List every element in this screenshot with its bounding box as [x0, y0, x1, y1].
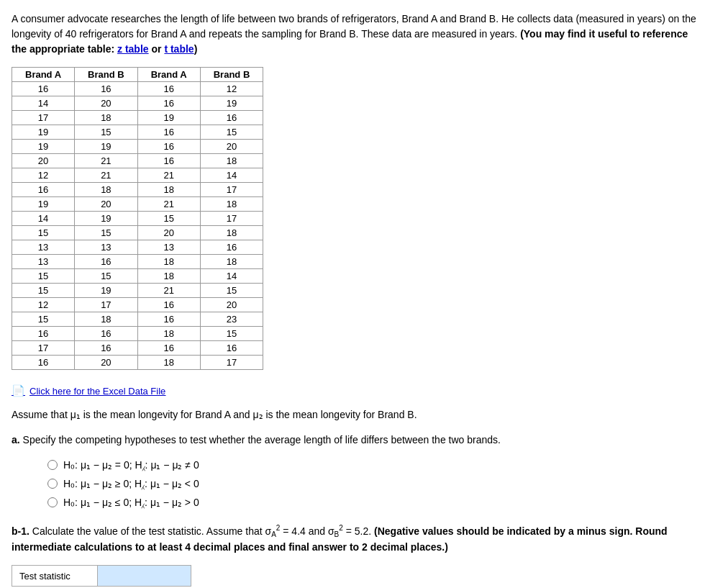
hypothesis-label-2: H₀: μ₁ − μ₂ ≥ 0; H⁁: μ₁ − μ₂ < 0 [63, 478, 199, 489]
table-cell: 16 [137, 96, 200, 111]
test-statistic-label: Test statistic [12, 565, 98, 587]
table-cell: 20 [200, 140, 263, 154]
table-cell: 18 [75, 111, 138, 125]
table-row: 13161818 [12, 255, 263, 269]
sigma-a-sub: A [271, 530, 276, 538]
z-table-link[interactable]: z table [117, 43, 149, 55]
table-row: 14201619 [12, 96, 263, 111]
excel-link-text[interactable]: Click here for the Excel Data File [29, 386, 165, 397]
table-cell: 20 [75, 96, 138, 111]
table-row: 15151814 [12, 269, 263, 284]
table-cell: 18 [200, 255, 263, 269]
test-statistic-row: Test statistic [12, 565, 698, 587]
question-b1-text-normal: Calculate the value of the test statisti… [32, 525, 271, 537]
table-cell: 17 [200, 183, 263, 197]
table-body: 1616161214201619171819161915161519191620… [12, 82, 263, 370]
table-cell: 15 [200, 284, 263, 298]
table-row: 12171620 [12, 298, 263, 312]
question-a: a. Specify the competing hypotheses to t… [12, 433, 698, 448]
table-cell: 14 [200, 168, 263, 183]
table-row: 19191620 [12, 140, 263, 154]
table-cell: 16 [75, 82, 138, 96]
table-cell: 16 [12, 356, 75, 370]
table-cell: 16 [75, 341, 138, 356]
table-cell: 16 [137, 312, 200, 327]
table-cell: 14 [12, 212, 75, 226]
table-cell: 19 [200, 96, 263, 111]
table-row: 17161616 [12, 341, 263, 356]
table-cell: 18 [75, 312, 138, 327]
t-table-link[interactable]: t table [164, 43, 194, 55]
hypothesis-label-1: H₀: μ₁ − μ₂ = 0; H⁁: μ₁ − μ₂ ≠ 0 [63, 459, 199, 471]
table-cell: 15 [12, 269, 75, 284]
table-row: 16161815 [12, 327, 263, 341]
table-cell: 20 [12, 154, 75, 168]
hypothesis-option-1: H₀: μ₁ − μ₂ = 0; H⁁: μ₁ − μ₂ ≠ 0 [47, 459, 698, 471]
table-header-cell: Brand A [137, 68, 200, 82]
table-cell: 15 [75, 125, 138, 140]
table-cell: 16 [12, 327, 75, 341]
table-cell: 16 [200, 240, 263, 255]
table-cell: 15 [12, 226, 75, 240]
table-cell: 14 [12, 96, 75, 111]
table-cell: 15 [75, 269, 138, 284]
table-row: 20211618 [12, 154, 263, 168]
table-cell: 16 [12, 82, 75, 96]
table-cell: 20 [137, 226, 200, 240]
hypothesis-radio-1[interactable] [47, 460, 58, 470]
table-cell: 19 [12, 197, 75, 212]
table-header-cell: Brand B [200, 68, 263, 82]
question-b1-label: b-1. [12, 525, 29, 537]
table-cell: 17 [75, 298, 138, 312]
table-cell: 15 [137, 212, 200, 226]
sigma-b-sub: B [334, 530, 340, 538]
table-cell: 16 [12, 183, 75, 197]
table-cell: 14 [200, 269, 263, 284]
table-cell: 19 [75, 140, 138, 154]
table-cell: 18 [137, 356, 200, 370]
table-cell: 15 [200, 125, 263, 140]
question-b1-text2: = 4.4 and σ [280, 525, 334, 537]
table-cell: 15 [12, 312, 75, 327]
table-cell: 15 [12, 284, 75, 298]
table-cell: 19 [137, 111, 200, 125]
assume-text: Assume that μ₁ is the mean longevity for… [12, 407, 698, 422]
hypothesis-radio-3[interactable] [47, 497, 58, 507]
table-cell: 17 [200, 212, 263, 226]
table-cell: 16 [137, 125, 200, 140]
table-row: 12212114 [12, 168, 263, 183]
test-statistic-input[interactable] [98, 565, 191, 587]
hypothesis-radio-group: H₀: μ₁ − μ₂ = 0; H⁁: μ₁ − μ₂ ≠ 0H₀: μ₁ −… [47, 459, 698, 508]
table-row: 14191517 [12, 212, 263, 226]
table-cell: 16 [200, 111, 263, 125]
table-header-row: Brand ABrand BBrand ABrand B [12, 68, 263, 82]
table-cell: 18 [75, 183, 138, 197]
table-cell: 21 [137, 168, 200, 183]
table-cell: 16 [200, 341, 263, 356]
table-row: 16181817 [12, 183, 263, 197]
table-cell: 19 [12, 140, 75, 154]
table-header-cell: Brand A [12, 68, 75, 82]
excel-link[interactable]: 📄 Click here for the Excel Data File [12, 384, 698, 397]
table-cell: 17 [12, 111, 75, 125]
table-cell: 21 [75, 168, 138, 183]
table-cell: 16 [137, 298, 200, 312]
table-row: 15152018 [12, 226, 263, 240]
hypothesis-label-3: H₀: μ₁ − μ₂ ≤ 0; H⁁: μ₁ − μ₂ > 0 [63, 497, 199, 508]
table-row: 16201817 [12, 356, 263, 370]
table-cell: 20 [75, 197, 138, 212]
table-cell: 18 [137, 183, 200, 197]
table-cell: 12 [200, 82, 263, 96]
table-row: 19202118 [12, 197, 263, 212]
table-row: 13131316 [12, 240, 263, 255]
excel-icon: 📄 [12, 384, 25, 397]
hypothesis-radio-2[interactable] [47, 479, 58, 489]
table-cell: 19 [75, 284, 138, 298]
table-cell: 21 [137, 197, 200, 212]
table-cell: 18 [200, 197, 263, 212]
hypothesis-option-2: H₀: μ₁ − μ₂ ≥ 0; H⁁: μ₁ − μ₂ < 0 [47, 478, 698, 489]
table-cell: 13 [137, 240, 200, 255]
table-cell: 13 [12, 255, 75, 269]
table-cell: 13 [12, 240, 75, 255]
table-cell: 18 [200, 154, 263, 168]
